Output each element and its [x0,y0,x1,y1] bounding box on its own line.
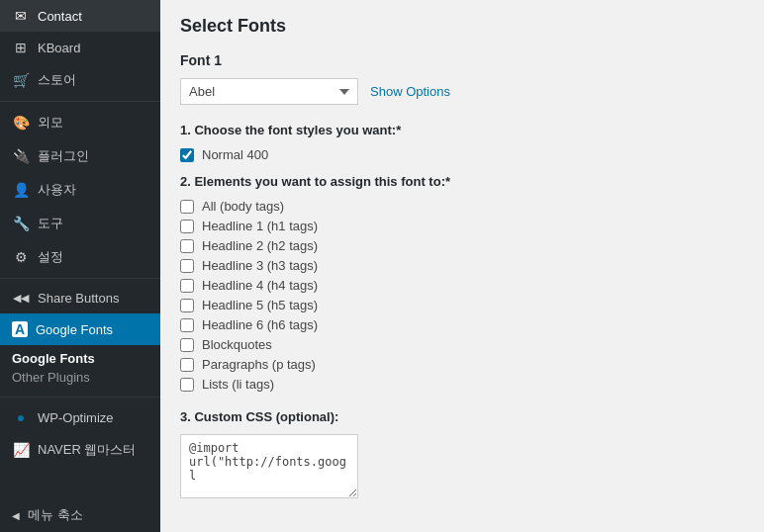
sidebar-item-plugins[interactable]: 🔌 플러그인 [0,139,160,173]
contact-icon: ✉ [12,8,30,24]
sidebar-item-label: KBoard [38,41,80,55]
appearance-icon: 🎨 [12,115,30,131]
sidebar-item-label: 사용자 [38,181,76,199]
sidebar-item-share-buttons[interactable]: ◀◀ Share Buttons [0,283,160,313]
list-item: Lists (li tags) [180,377,744,392]
step3-title: 3. Custom CSS (optional): [180,409,744,424]
sidebar-divider-3 [0,397,160,398]
h2-label: Headline 2 (h2 tags) [202,238,318,253]
sidebar-divider-2 [0,278,160,279]
list-item: Headline 2 (h2 tags) [180,238,744,253]
h6-checkbox[interactable] [180,318,194,332]
css-textarea-wrapper [180,434,744,501]
li-label: Lists (li tags) [202,377,274,392]
custom-css-textarea[interactable] [180,434,358,498]
sidebar-item-label: 스토어 [38,71,76,89]
h5-label: Headline 5 (h5 tags) [202,298,318,312]
h3-checkbox[interactable] [180,259,194,273]
h1-label: Headline 1 (h1 tags) [202,219,318,233]
fonts-icon: A [12,321,28,337]
h4-label: Headline 4 (h4 tags) [202,278,318,293]
content-inner: Select Fonts Font 1 Abel Show Options 1.… [160,0,764,532]
normal400-label: Normal 400 [202,147,268,162]
tools-icon: 🔧 [12,216,30,231]
page-title: Select Fonts [180,16,744,37]
list-item: Headline 6 (h6 tags) [180,317,744,332]
sidebar: ✉ Contact ⊞ KBoard 🛒 스토어 🎨 외모 🔌 플러그인 👤 사… [0,0,160,532]
sidebar-item-google-fonts[interactable]: A Google Fonts [0,313,160,345]
h5-checkbox[interactable] [180,299,194,312]
list-item: All (body tags) [180,199,744,214]
font-select-row: Abel Show Options [180,78,744,105]
p-label: Paragraphs (p tags) [202,357,316,372]
h3-label: Headline 3 (h3 tags) [202,258,318,273]
wp-optimize-icon: ● [12,409,30,425]
sidebar-item-label: Contact [38,9,82,24]
sidebar-item-users[interactable]: 👤 사용자 [0,173,160,207]
step1-checkbox-row: Normal 400 [180,147,744,162]
list-item: Headline 1 (h1 tags) [180,219,744,233]
store-icon: 🛒 [12,72,30,88]
list-item: Headline 5 (h5 tags) [180,298,744,312]
h2-checkbox[interactable] [180,239,194,253]
list-item: Headline 4 (h4 tags) [180,278,744,293]
plugin-group-title: Google Fonts [12,351,148,366]
list-item: Paragraphs (p tags) [180,357,744,372]
sidebar-item-kboard[interactable]: ⊞ KBoard [0,32,160,63]
list-item: Headline 3 (h3 tags) [180,258,744,273]
blockquotes-label: Blockquotes [202,337,272,352]
users-icon: 👤 [12,182,30,198]
p-checkbox[interactable] [180,358,194,372]
sidebar-item-label: 도구 [38,215,63,232]
show-options-link[interactable]: Show Options [370,84,450,99]
step1-title: 1. Choose the font styles you want:* [180,123,744,137]
font-select[interactable]: Abel [180,78,358,105]
blockquotes-checkbox[interactable] [180,338,194,352]
normal400-checkbox[interactable] [180,148,194,162]
font-section-label: Font 1 [180,52,744,68]
collapse-label: 메뉴 축소 [28,506,83,524]
collapse-icon: ◀ [12,510,20,521]
sidebar-item-contact[interactable]: ✉ Contact [0,0,160,32]
h1-checkbox[interactable] [180,220,194,233]
sidebar-item-wp-optimize[interactable]: ● WP-Optimize [0,401,160,433]
step2-checkbox-list: All (body tags)Headline 1 (h1 tags)Headl… [180,199,744,392]
sidebar-collapse-button[interactable]: ◀ 메뉴 축소 [0,498,160,532]
sidebar-item-label: Share Buttons [38,291,119,306]
sidebar-item-label: 외모 [38,114,63,132]
sidebar-item-store[interactable]: 🛒 스토어 [0,63,160,97]
sidebar-item-tools[interactable]: 🔧 도구 [0,207,160,240]
sidebar-item-label: NAVER 웹마스터 [38,441,136,459]
sidebar-item-naver[interactable]: 📈 NAVER 웹마스터 [0,433,160,467]
sidebar-item-label: WP-Optimize [38,410,114,425]
naver-icon: 📈 [12,442,30,458]
plugin-group-google-fonts: Google Fonts Other Plugins [0,345,160,393]
sidebar-item-appearance[interactable]: 🎨 외모 [0,106,160,139]
sidebar-item-label: 플러그인 [38,147,89,165]
sidebar-item-settings[interactable]: ⚙ 설정 [0,240,160,274]
share-icon: ◀◀ [12,292,30,305]
h4-checkbox[interactable] [180,279,194,293]
settings-icon: ⚙ [12,249,30,265]
list-item: Blockquotes [180,337,744,352]
plugins-icon: 🔌 [12,148,30,164]
plugin-group-other[interactable]: Other Plugins [12,368,148,387]
h6-label: Headline 6 (h6 tags) [202,317,318,332]
li-checkbox[interactable] [180,378,194,392]
body-label: All (body tags) [202,199,284,214]
sidebar-item-label: Google Fonts [36,322,113,337]
sidebar-divider [0,101,160,102]
sidebar-item-label: 설정 [38,248,63,266]
main-content: Select Fonts Font 1 Abel Show Options 1.… [160,0,764,532]
step2-title: 2. Elements you want to assign this font… [180,174,744,189]
kboard-icon: ⊞ [12,40,30,55]
body-checkbox[interactable] [180,200,194,214]
